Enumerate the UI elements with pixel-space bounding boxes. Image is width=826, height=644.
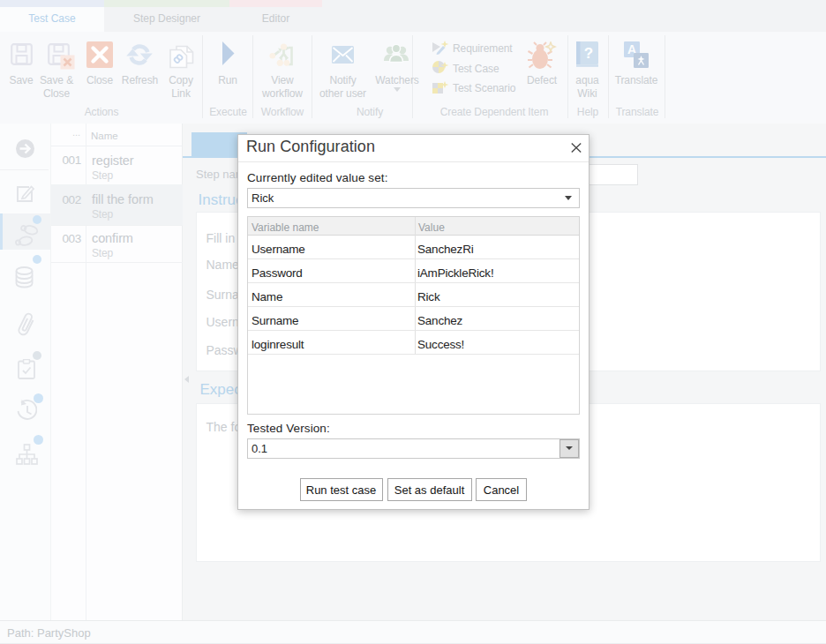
svg-text:?: ? bbox=[584, 45, 593, 62]
